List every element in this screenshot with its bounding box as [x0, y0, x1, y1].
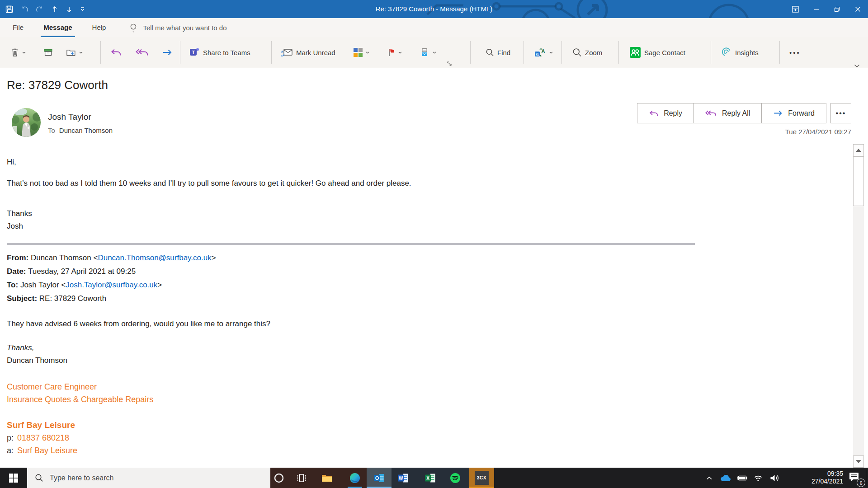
ellipsis-icon: ••• [836, 109, 846, 117]
wifi-tray-icon[interactable] [750, 468, 766, 488]
vertical-scrollbar[interactable] [853, 144, 864, 468]
share-to-teams-button[interactable]: T Share to Teams [189, 47, 250, 58]
tab-message[interactable]: Message [42, 18, 74, 37]
battery-tray-icon[interactable] [734, 468, 750, 488]
spotify-button[interactable] [444, 468, 466, 488]
address-link[interactable]: Surf Bay Leisure [17, 446, 77, 455]
customize-qat-icon[interactable] [80, 7, 85, 11]
more-commands-button[interactable]: ••• [789, 49, 801, 56]
teams-icon: T [189, 47, 200, 58]
close-button[interactable] [847, 0, 868, 18]
tell-me-box[interactable]: Tell me what you want to do [129, 23, 226, 33]
address-label: a: [7, 446, 14, 455]
scroll-up-button[interactable] [853, 144, 864, 156]
zoom-icon [572, 48, 582, 57]
next-item-icon[interactable] [66, 5, 73, 13]
quick-access-toolbar [5, 0, 85, 18]
onedrive-tray-icon[interactable] [718, 468, 733, 488]
start-button[interactable] [0, 468, 27, 488]
minimize-button[interactable] [806, 0, 826, 18]
triangle-down-icon [856, 460, 861, 463]
cortana-icon [274, 473, 284, 483]
word-button[interactable]: W [392, 468, 414, 488]
reply-icon [649, 110, 659, 117]
to-label: To: [7, 281, 18, 289]
categorize-button[interactable] [354, 48, 369, 57]
assign-policy-button[interactable] [420, 48, 436, 57]
reply-all-label: Reply All [722, 109, 750, 117]
recipient-name[interactable]: Duncan Thomson [59, 127, 113, 134]
previous-item-icon[interactable] [51, 5, 58, 13]
move-button[interactable] [66, 48, 83, 56]
archive-button[interactable] [43, 48, 53, 57]
threecx-button[interactable]: 3CX [469, 468, 494, 488]
more-actions-button[interactable]: ••• [830, 103, 851, 123]
signature-phone-line: p:01837 680218 [7, 432, 695, 444]
quoted-signoff-name: Duncan Thomson [7, 354, 695, 367]
forward-button-header[interactable]: Forward [761, 103, 826, 123]
edge-button[interactable] [344, 468, 366, 488]
sage-contact-button[interactable]: Sage Contact [629, 47, 685, 58]
scrollbar-thumb[interactable] [853, 156, 864, 206]
tab-file[interactable]: File [11, 18, 25, 37]
outlook-button[interactable]: O [367, 468, 392, 488]
svg-text:X: X [426, 476, 429, 481]
message-body-area: Hi, That’s not too bad as I told them 10… [0, 144, 868, 468]
tags-dialog-launcher[interactable] [447, 61, 452, 66]
word-icon: W [397, 473, 409, 483]
reply-button[interactable] [110, 48, 122, 56]
volume-tray-icon[interactable] [767, 468, 783, 488]
signature-dept: Insurance Quotes & Chargeable Repairs [7, 393, 695, 406]
ribbon-tabs: File Message Help Tell me what you want … [0, 18, 868, 37]
phone-number[interactable]: 01837 680218 [17, 433, 69, 442]
scroll-down-button[interactable] [853, 455, 864, 468]
zoom-button[interactable]: Zoom [572, 48, 602, 57]
excel-button[interactable]: X [420, 468, 441, 488]
save-icon[interactable] [5, 5, 13, 13]
taskbar-search[interactable] [27, 468, 270, 488]
search-input[interactable] [50, 474, 249, 482]
quoted-to-line: To: Josh Taylor <Josh.Taylor@surfbay.co.… [7, 278, 695, 292]
find-button[interactable]: Find [486, 48, 510, 57]
follow-up-button[interactable] [388, 48, 402, 57]
collapse-ribbon-button[interactable] [854, 64, 860, 68]
cortana-button[interactable] [268, 468, 290, 488]
clock-date: 27/04/2021 [811, 478, 843, 485]
reply-label: Reply [664, 109, 682, 117]
to-email-link[interactable]: Josh.Taylor@surfbay.co.uk [66, 281, 157, 289]
reply-all-button-header[interactable]: Reply All [693, 103, 762, 123]
reply-button-header[interactable]: Reply [637, 103, 694, 123]
hidden-icons-button[interactable] [702, 468, 717, 488]
signature-role: Customer Care Engineer [7, 380, 695, 393]
chevron-down-icon [22, 52, 26, 54]
mark-unread-button[interactable]: Mark Unread [281, 48, 335, 57]
insights-button[interactable]: Insights [722, 47, 759, 58]
forward-button[interactable] [162, 49, 173, 56]
show-desktop-button[interactable] [866, 470, 866, 485]
sender-avatar[interactable] [12, 108, 41, 137]
ribbon-display-options-icon[interactable] [785, 0, 806, 18]
lightbulb-icon [129, 23, 137, 33]
taskbar-clock[interactable]: 09:35 27/04/2021 [811, 470, 843, 485]
reply-all-button[interactable] [136, 48, 149, 56]
sender-name[interactable]: Josh Taylor [48, 112, 91, 122]
task-view-button[interactable] [291, 468, 312, 488]
clock-time: 09:35 [811, 470, 843, 478]
outlook-message-window: Re: 37829 Coworth - Message (HTML) [0, 0, 868, 488]
delete-button[interactable] [11, 48, 26, 57]
forward-icon [162, 49, 173, 56]
quoted-header: From: Duncan Thomson <Duncan.Thomson@sur… [7, 251, 695, 305]
from-email-link[interactable]: Duncan.Thomson@surfbay.co.uk [98, 253, 211, 262]
wifi-icon [753, 474, 763, 482]
window-controls [785, 0, 868, 18]
translate-button[interactable]: a A [534, 47, 553, 57]
mark-unread-icon [281, 48, 293, 57]
date-label: Date: [7, 267, 26, 276]
file-explorer-button[interactable] [316, 468, 338, 488]
quoted-message-divider [7, 244, 695, 244]
action-center-button[interactable]: 6 [848, 471, 863, 486]
from-label: From: [7, 253, 28, 262]
restore-button[interactable] [826, 0, 847, 18]
tab-help[interactable]: Help [90, 18, 108, 37]
body-signoff: Thanks [7, 207, 695, 220]
